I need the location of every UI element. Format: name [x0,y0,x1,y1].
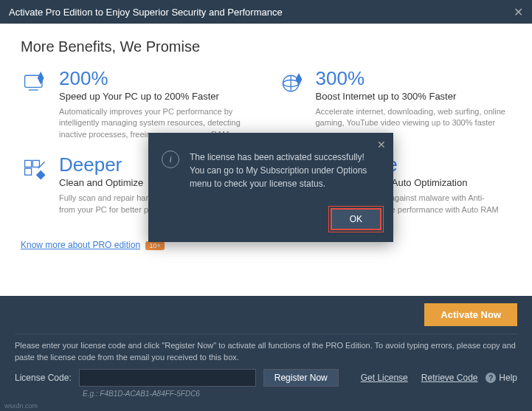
benefit-subtitle: Speed up Your PC up to 200% Faster [59,91,255,102]
dialog-close-icon[interactable]: ✕ [377,139,386,151]
svg-rect-6 [25,168,32,175]
license-example: E.g.: F4B1D-ACAB1-A84FF-5FDC6 [83,390,517,398]
benefit-title: 200% [59,69,255,88]
license-code-input[interactable] [79,369,256,387]
svg-rect-5 [32,161,39,167]
benefit-internet: 300% Boost Internet up to 300% Faster Ac… [277,69,512,140]
dialog-message: The license has been activated successfu… [190,151,380,190]
retrieve-code-link[interactable]: Retrieve Code [421,373,478,383]
license-code-label: License Code: [15,373,72,383]
help-icon: ? [486,373,496,383]
benefit-speed: 200% Speed up Your PC up to 200% Faster … [21,69,255,140]
globe-rocket-icon [277,69,307,98]
get-license-link[interactable]: Get License [361,373,408,383]
know-more-badge: 10+ [145,241,164,250]
close-icon[interactable]: ✕ [514,5,523,19]
activate-now-button[interactable]: Activate Now [424,303,517,326]
help-link[interactable]: ? Help [486,373,517,383]
benefit-title: 300% [316,69,512,88]
window-title: Activate Pro Edition to Enjoy Superior S… [9,7,283,18]
benefit-subtitle: Boost Internet up to 300% Faster [316,91,512,102]
broom-grid-icon [21,155,50,184]
footer: Activate Now Please enter your license c… [0,296,532,411]
footer-instructions: Please enter your license code and click… [15,340,517,363]
know-more-link[interactable]: Know more about PRO edition [21,240,140,250]
svg-rect-4 [25,161,32,167]
ok-button[interactable]: OK [331,208,381,230]
register-now-button[interactable]: Register Now [263,369,339,387]
rocket-monitor-icon [21,69,50,98]
titlebar: Activate Pro Edition to Enjoy Superior S… [0,0,532,24]
watermark: wsxdn.com [4,402,38,410]
info-icon: i [162,151,179,168]
activation-success-dialog: ✕ i The license has been activated succe… [148,133,393,242]
benefit-desc: Accelerate internet, downloading, web su… [316,106,512,129]
page-heading: More Benefits, We Promise [21,38,511,55]
